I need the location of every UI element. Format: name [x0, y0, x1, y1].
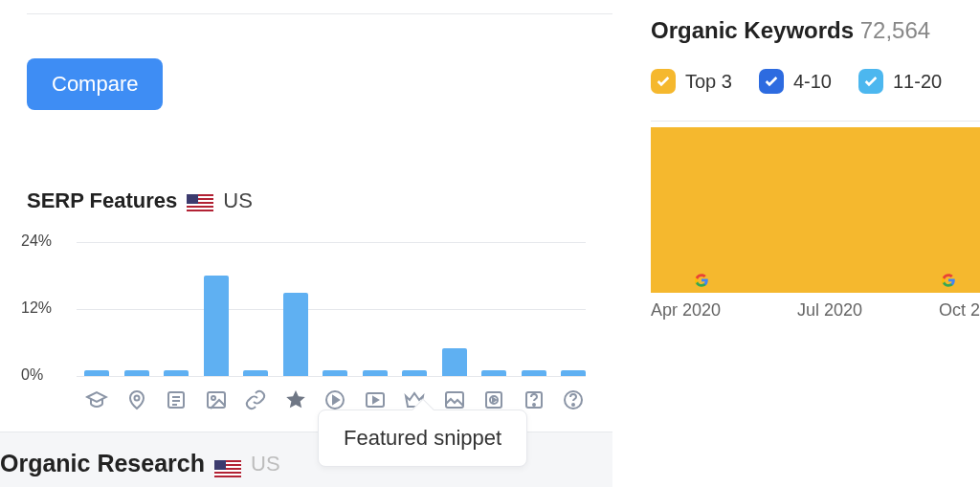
section-title-text: SERP Features — [27, 188, 177, 213]
bar-local-pack[interactable] — [124, 370, 149, 376]
scholar-icon[interactable] — [84, 387, 109, 412]
google-update-markers — [651, 272, 980, 289]
serp-features-chart: 0%12%24% — [46, 242, 586, 376]
ok-title-text: Organic Keywords — [651, 17, 854, 43]
bar-video-featured[interactable] — [481, 370, 506, 376]
svg-point-12 — [212, 396, 215, 400]
country-label: US — [223, 188, 253, 213]
grid-line — [77, 376, 586, 377]
question-box-icon[interactable] — [522, 387, 546, 412]
svg-rect-26 — [214, 474, 241, 476]
bar-sitelinks[interactable] — [164, 370, 189, 376]
legend: Top 34-1011-20 — [651, 69, 980, 94]
svg-point-21 — [572, 404, 574, 406]
y-axis: 0%12%24% — [21, 242, 69, 376]
y-tick: 12% — [21, 299, 52, 317]
organic-research-title: Organic Research — [0, 450, 205, 477]
bar-video-carousel[interactable] — [363, 370, 388, 376]
organic-research-country: US — [251, 452, 280, 476]
app-root: { "left_panel": { "compare_label": "Comp… — [0, 0, 980, 487]
tooltip-text: Featured snippet — [344, 426, 501, 450]
us-flag-icon — [214, 455, 241, 473]
svg-point-6 — [134, 396, 139, 401]
bar-knowledge-panel[interactable] — [84, 370, 109, 376]
serp-features-title: SERP Features US — [27, 188, 586, 213]
question-circle-icon[interactable] — [561, 387, 586, 412]
bar-people-also-ask[interactable] — [561, 370, 586, 376]
legend-item-11-20[interactable]: 11-20 — [858, 69, 942, 94]
svg-point-19 — [533, 404, 535, 406]
svg-rect-27 — [214, 460, 226, 470]
legend-item-top-3[interactable]: Top 3 — [651, 69, 732, 94]
y-tick: 0% — [21, 366, 43, 384]
svg-rect-5 — [187, 194, 198, 204]
area-svg — [651, 122, 980, 293]
bar-featured-snippet[interactable] — [283, 293, 308, 377]
bar-faq[interactable] — [522, 370, 546, 376]
divider — [27, 13, 612, 14]
google-icon — [693, 272, 710, 289]
list-icon[interactable] — [164, 387, 189, 412]
svg-rect-4 — [187, 208, 213, 210]
y-tick: 24% — [21, 232, 52, 250]
checkbox-icon — [759, 69, 784, 94]
area-x-labels: Apr 2020Jul 2020Oct 202 — [651, 300, 980, 321]
x-label: Jul 2020 — [797, 300, 862, 321]
checkbox-icon — [651, 69, 676, 94]
link-icon[interactable] — [243, 387, 268, 412]
us-flag-icon — [187, 192, 213, 210]
right-panel: Organic Keywords 72,564 Top 34-1011-20 A… — [651, 0, 980, 487]
bar-image-pack[interactable] — [204, 276, 229, 376]
bar-image[interactable] — [442, 348, 467, 376]
chart-bars — [84, 242, 586, 376]
image-icon[interactable] — [204, 387, 229, 412]
star-icon[interactable] — [283, 387, 308, 412]
area-series-top-3 — [651, 128, 980, 293]
legend-label: Top 3 — [685, 71, 732, 93]
legend-item-4-10[interactable]: 4-10 — [759, 69, 832, 94]
tooltip-featured-snippet: Featured snippet — [318, 410, 527, 467]
svg-rect-25 — [214, 470, 241, 472]
svg-rect-11 — [208, 392, 225, 408]
x-label: Oct 202 — [939, 300, 980, 321]
map-pin-icon[interactable] — [124, 387, 149, 412]
bar-video[interactable] — [323, 370, 347, 376]
legend-label: 4-10 — [793, 71, 832, 93]
organic-keywords-title: Organic Keywords 72,564 — [651, 17, 980, 44]
organic-keywords-area-chart — [651, 121, 980, 293]
svg-rect-3 — [187, 204, 213, 206]
google-icon — [940, 272, 957, 289]
checkbox-icon — [858, 69, 883, 94]
compare-button[interactable]: Compare — [27, 58, 163, 110]
ok-count: 72,564 — [860, 17, 930, 43]
x-label: Apr 2020 — [651, 300, 721, 321]
bar-instant-answer[interactable] — [243, 370, 268, 376]
bar-top-stories[interactable] — [402, 370, 427, 376]
legend-label: 11-20 — [893, 71, 942, 93]
